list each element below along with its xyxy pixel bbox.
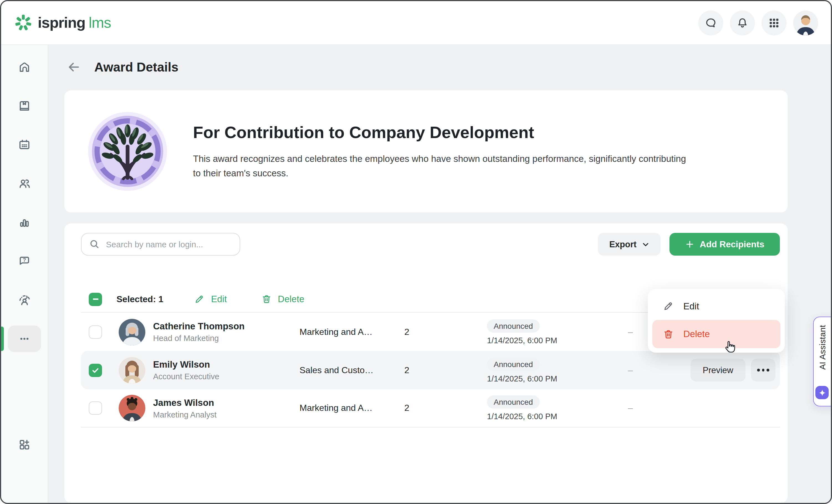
- messages-button[interactable]: [698, 10, 723, 35]
- bar-chart-icon: [18, 216, 31, 229]
- table-row[interactable]: Emily Wilson Account Executive Sales and…: [81, 351, 780, 389]
- row-context-menu: Edit Delete: [648, 289, 785, 353]
- check-icon: [92, 366, 99, 374]
- recipient-role: Head of Marketing: [153, 334, 292, 343]
- recipients-card: Export Add Recipients: [64, 223, 788, 503]
- recipient-avatar: [119, 395, 145, 421]
- ellipsis-icon: [18, 332, 31, 345]
- ai-assistant-tab[interactable]: AI Assistant: [813, 317, 832, 406]
- book-icon: [18, 99, 31, 112]
- more-options-button[interactable]: [751, 359, 775, 381]
- home-icon: [18, 60, 31, 74]
- app-window: ispringlms: [0, 0, 832, 504]
- notifications-button[interactable]: [730, 10, 755, 35]
- sidebar-item-more[interactable]: [8, 325, 41, 352]
- trash-icon: [261, 294, 272, 304]
- cursor-pointer-icon: [722, 340, 737, 355]
- recipient-count: 2: [405, 365, 438, 375]
- sidebar-item-courses[interactable]: [8, 92, 41, 119]
- topbar: ispringlms: [1, 1, 831, 45]
- minus-icon: [92, 295, 99, 303]
- back-button[interactable]: [66, 59, 82, 75]
- recipient-department: Marketing and A…: [300, 327, 397, 337]
- ai-assistant-label: AI Assistant: [817, 325, 827, 370]
- recipient-name: Catherine Thompson: [153, 321, 292, 331]
- ai-sparkle-icon: [815, 386, 829, 399]
- add-recipients-button[interactable]: Add Recipients: [669, 233, 780, 256]
- users-icon: [18, 177, 31, 190]
- select-all-checkbox[interactable]: [89, 292, 102, 306]
- status-date: 1/14/2025, 6:00 PM: [487, 374, 587, 383]
- chat-bubble-icon: [704, 16, 717, 29]
- recipient-avatar: [119, 319, 145, 345]
- search-input[interactable]: [81, 233, 240, 256]
- ispring-logo[interactable]: ispringlms: [14, 13, 111, 32]
- award-title: For Contribution to Company Development: [193, 123, 692, 142]
- award-description: This award recognizes and celebrates the…: [193, 151, 692, 180]
- export-button[interactable]: Export: [598, 233, 660, 256]
- status-date: 1/14/2025, 6:00 PM: [487, 412, 587, 421]
- award-card: For Contribution to Company Development …: [64, 90, 788, 212]
- chevron-down-icon: [642, 240, 649, 248]
- recipient-name: Emily Wilson: [153, 359, 292, 370]
- search-icon: [88, 238, 100, 250]
- table-row[interactable]: James Wilson Marketing Analyst Marketing…: [81, 389, 780, 427]
- status-date: 1/14/2025, 6:00 PM: [487, 336, 587, 345]
- sidebar-active-indicator: [1, 326, 4, 351]
- search-box: [81, 233, 240, 256]
- sidebar-item-support[interactable]: ?: [8, 248, 41, 274]
- preview-button[interactable]: Preview: [691, 359, 746, 381]
- sidebar-item-home[interactable]: [8, 54, 41, 80]
- status-badge: Announced: [487, 319, 540, 333]
- sidebar-item-training[interactable]: [8, 287, 41, 313]
- apps-grid-button[interactable]: [761, 10, 786, 35]
- trash-icon: [663, 328, 674, 340]
- sidebar-item-add-apps[interactable]: [8, 431, 41, 458]
- context-menu-delete[interactable]: Delete: [652, 320, 780, 348]
- grid-dots-icon: [768, 17, 780, 29]
- extra-column-value: –: [628, 327, 645, 337]
- selected-count-label: Selected: 1: [116, 294, 163, 304]
- recipient-role: Marketing Analyst: [153, 410, 292, 419]
- sidebar-item-calendar[interactable]: [8, 131, 41, 158]
- recipient-role: Account Executive: [153, 372, 292, 381]
- sidebar-item-people[interactable]: [8, 170, 41, 197]
- chat-question-icon: ?: [18, 255, 31, 268]
- recipient-department: Marketing and A…: [300, 403, 397, 413]
- recipient-count: 2: [405, 327, 438, 337]
- person-gauge-icon: [17, 293, 32, 307]
- recipient-department: Sales and Custo…: [300, 365, 397, 375]
- svg-text:?: ?: [23, 257, 26, 263]
- status-badge: Announced: [487, 357, 540, 371]
- bulk-edit-button[interactable]: Edit: [194, 294, 227, 304]
- plus-icon: [685, 240, 694, 249]
- award-badge-image: [87, 111, 168, 192]
- recipient-count: 2: [405, 403, 438, 413]
- sidebar-item-reports[interactable]: [8, 209, 41, 236]
- calendar-icon: [18, 138, 31, 151]
- recipient-avatar: [119, 357, 145, 383]
- pencil-icon: [194, 294, 205, 304]
- logo-text: ispringlms: [38, 14, 111, 31]
- extra-column-value: –: [628, 365, 645, 375]
- page-title: Award Details: [94, 60, 178, 75]
- arrow-left-icon: [67, 60, 81, 74]
- extra-column-value: –: [628, 403, 645, 413]
- pencil-icon: [663, 300, 674, 312]
- row-checkbox[interactable]: [89, 401, 102, 415]
- row-checkbox[interactable]: [89, 325, 102, 339]
- bell-icon: [736, 16, 749, 29]
- apps-plus-icon: [18, 438, 31, 451]
- sidebar: ?: [1, 45, 48, 504]
- context-menu-edit[interactable]: Edit: [652, 293, 780, 319]
- bulk-delete-button[interactable]: Delete: [261, 294, 304, 304]
- main-content: Award Details: [48, 45, 831, 504]
- row-checkbox[interactable]: [89, 364, 102, 377]
- ispring-flower-icon: [14, 13, 33, 32]
- user-avatar[interactable]: [793, 10, 818, 35]
- status-badge: Announced: [487, 395, 540, 408]
- recipient-name: James Wilson: [153, 397, 292, 408]
